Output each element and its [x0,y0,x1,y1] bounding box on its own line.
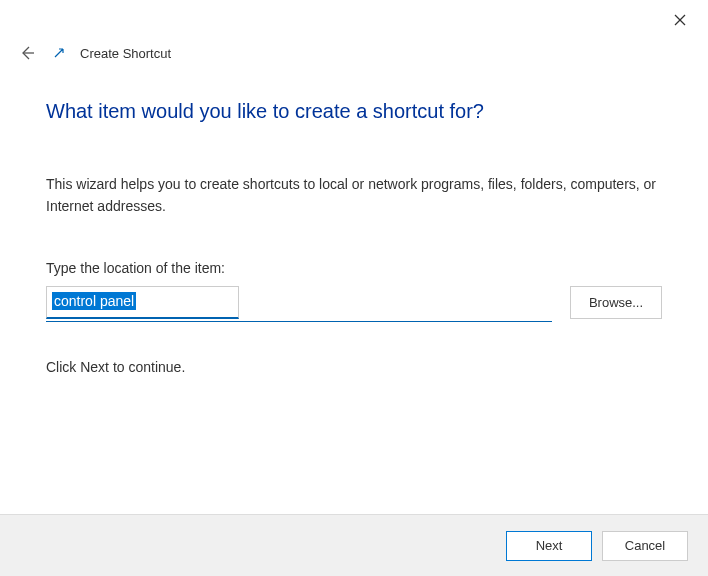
next-button[interactable]: Next [506,531,592,561]
browse-button[interactable]: Browse... [570,286,662,319]
back-arrow-icon[interactable] [16,42,38,64]
wizard-content: What item would you like to create a sho… [0,64,708,375]
location-input-wrapper: control panel [46,286,552,319]
wizard-description: This wizard helps you to create shortcut… [46,173,662,218]
input-focus-underline [46,321,552,322]
location-input-label: Type the location of the item: [46,260,662,276]
close-button[interactable] [670,10,690,30]
wizard-heading: What item would you like to create a sho… [46,100,662,123]
shortcut-icon [52,46,66,60]
selected-input-text: control panel [52,292,136,310]
wizard-footer: Next Cancel [0,514,708,576]
continue-instruction: Click Next to continue. [46,359,662,375]
window-title: Create Shortcut [80,46,171,61]
wizard-header: Create Shortcut [0,0,708,64]
cancel-button[interactable]: Cancel [602,531,688,561]
